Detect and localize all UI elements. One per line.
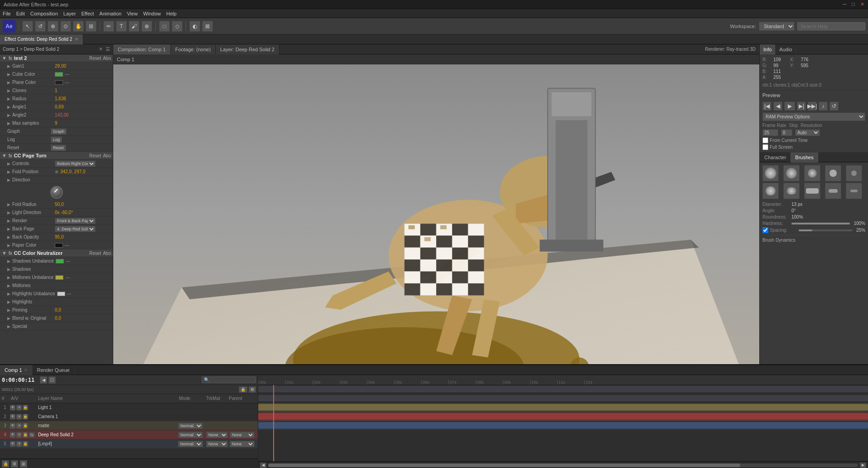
roto-tool[interactable]: ◐ xyxy=(189,21,200,32)
spacing-checkbox[interactable] xyxy=(762,227,768,233)
layer-parent-5-select[interactable]: None xyxy=(230,441,255,447)
tl-scroll-right[interactable]: ▶ xyxy=(860,463,866,468)
shape-tool[interactable]: ◇ xyxy=(172,21,183,32)
orbit-tool[interactable]: ⊙ xyxy=(60,21,71,32)
close-btn[interactable]: ✕ xyxy=(860,1,864,7)
ram-preview-dropdown[interactable]: RAM Preview Options xyxy=(762,112,865,121)
value-gain1[interactable]: 29,00 xyxy=(55,63,66,68)
spacing-slider[interactable] xyxy=(799,229,853,231)
graph-button[interactable]: Graph xyxy=(51,128,67,135)
layer-solo-1[interactable]: ☀ xyxy=(16,405,22,410)
maximize-btn[interactable]: □ xyxy=(852,1,855,7)
layer-name-2[interactable]: Camera 1 xyxy=(38,414,177,419)
row-expand-blendorig[interactable]: ▶ xyxy=(7,316,10,321)
layer-lock-2[interactable]: 🔒 xyxy=(23,414,28,419)
fps-input[interactable] xyxy=(762,129,778,136)
diameter-value[interactable]: 13 px xyxy=(791,202,802,207)
layer-solo-4[interactable]: ☀ xyxy=(16,432,22,438)
layer-lock-4[interactable]: 🔒 xyxy=(23,432,28,438)
row-expand-angle1[interactable]: ▶ xyxy=(7,105,10,109)
swatch-midtones-unbal[interactable] xyxy=(55,275,63,280)
row-expand-folddir[interactable]: ▶ xyxy=(7,178,10,182)
tl-bottom-icon-2[interactable]: ⚙ xyxy=(11,460,18,468)
value-radius[interactable]: 1,636 xyxy=(55,96,66,101)
menu-item-window[interactable]: Window xyxy=(143,11,161,16)
layer-solo-5[interactable]: ☀ xyxy=(16,441,22,447)
reset-btn-test2[interactable]: Reset xyxy=(89,56,101,61)
clone-tool[interactable]: ⊕ xyxy=(141,21,152,32)
prev-last-btn[interactable]: ▶▶| xyxy=(808,102,817,111)
value-angle1[interactable]: 0,69 xyxy=(55,104,63,109)
brush-cell-6[interactable] xyxy=(762,183,779,199)
layer-fx-4[interactable]: fx xyxy=(29,432,35,438)
row-expand-angle2[interactable]: ▶ xyxy=(7,113,10,117)
playhead[interactable] xyxy=(273,385,274,461)
tl-scroll-left[interactable]: ◀ xyxy=(260,463,266,468)
layer-name-3[interactable]: matte xyxy=(38,423,177,428)
viewport-tab-footage[interactable]: Footage: (none) xyxy=(171,44,216,54)
viewport-tab-layer[interactable]: Layer: Deep Red Solid 2 xyxy=(216,44,280,54)
viewport-tab-comp[interactable]: Composition: Comp 1 xyxy=(113,44,171,54)
layer-mode-3[interactable]: Normal xyxy=(178,423,205,429)
layer-solo-2[interactable]: ☀ xyxy=(16,414,22,419)
tl-bottom-icon-1[interactable]: 🔒 xyxy=(2,460,9,468)
menu-item-composition[interactable]: Composition xyxy=(30,11,58,16)
brush-cell-2[interactable] xyxy=(783,165,800,181)
prev-play-btn[interactable]: ▶ xyxy=(784,102,795,111)
track-lane-3[interactable] xyxy=(258,403,868,412)
brush-cell-4[interactable] xyxy=(825,165,841,181)
effect-controls-tab[interactable]: Effect Controls: Deep Red Solid 2 ✕ xyxy=(0,34,83,44)
layer-lock-1[interactable]: 🔒 xyxy=(23,405,28,410)
value-fold-position[interactable]: 342,0, 297,0 xyxy=(60,169,86,174)
row-expand-shadowunbal[interactable]: ▶ xyxy=(7,259,10,263)
pen-tool[interactable]: ✏ xyxy=(103,21,114,32)
row-expand-maxsamples[interactable]: ▶ xyxy=(7,121,10,126)
info-tab[interactable]: Info xyxy=(760,44,776,54)
res-dropdown[interactable]: Auto Full Half xyxy=(795,129,820,136)
row-expand-shadows[interactable]: ▶ xyxy=(7,267,10,272)
menu-item-file[interactable]: File xyxy=(3,11,11,16)
tl-scrollbar-thumb[interactable] xyxy=(268,463,740,467)
section-expand-test2[interactable]: ▼ xyxy=(2,55,7,61)
panel-close-icon[interactable]: ✕ xyxy=(99,46,103,52)
brush-cell-3[interactable] xyxy=(804,165,820,181)
track-lane-2[interactable] xyxy=(258,394,868,403)
controls-dropdown[interactable]: Bottom Right Corr xyxy=(55,161,96,167)
minimize-btn[interactable]: ─ xyxy=(843,1,847,7)
about-btn-colorneutral[interactable]: Abo xyxy=(103,251,111,256)
value-back-opacity[interactable]: 95,0 xyxy=(55,234,63,239)
layer-trkmat-5-select[interactable]: None xyxy=(206,441,228,447)
back-page-dropdown[interactable]: 4. Deep Red Solid xyxy=(55,226,96,232)
menu-item-layer[interactable]: Layer xyxy=(63,11,76,16)
swatch-shadows-unbal[interactable] xyxy=(56,259,64,263)
value-maxsamples[interactable]: 9 xyxy=(55,121,58,126)
layer-name-1[interactable]: Light 1 xyxy=(38,405,177,410)
tl-solo-btn[interactable]: ☐ xyxy=(48,376,56,384)
track-ruler[interactable]: 00s 01s 02s 03s 04s 05s 06s 07s 08s 09s … xyxy=(258,375,868,385)
row-expand-lightdir[interactable]: ▶ xyxy=(7,210,10,215)
menu-item-effect[interactable]: Effect xyxy=(81,11,94,16)
reset-effect-button[interactable]: Reset xyxy=(51,145,66,151)
row-expand-gain1[interactable]: ▶ xyxy=(7,64,10,68)
character-tab[interactable]: Character xyxy=(760,152,791,162)
from-current-checkbox[interactable] xyxy=(762,137,768,143)
section-checkbox-test2[interactable]: fx xyxy=(9,56,12,61)
tl-icon-1[interactable]: 🔒 xyxy=(239,386,247,393)
layer-vis-4[interactable]: 👁 xyxy=(10,432,15,438)
search-input[interactable] xyxy=(797,22,865,30)
layer-mode-3-select[interactable]: Normal xyxy=(178,423,203,429)
reset-btn-pageturn[interactable]: Reset xyxy=(89,153,101,158)
swatch-paper-color[interactable] xyxy=(55,243,63,248)
layer-lock-3[interactable]: 🔒 xyxy=(23,423,28,429)
row-expand-clones[interactable]: ▶ xyxy=(7,88,10,93)
layer-parent-4-select[interactable]: None xyxy=(230,432,255,438)
row-expand-midtonesunbal[interactable]: ▶ xyxy=(7,275,10,280)
hardness-slider[interactable] xyxy=(791,223,850,224)
render-queue-tab[interactable]: Render Queue xyxy=(33,365,75,375)
layer-name-5[interactable]: [Lmp4] xyxy=(38,441,177,446)
row-expand-backpage[interactable]: ▶ xyxy=(7,227,10,231)
log-button[interactable]: Log xyxy=(51,136,62,143)
row-expand-foldpos[interactable]: ▶ xyxy=(7,170,10,174)
effect-controls-close[interactable]: ✕ xyxy=(75,37,78,42)
value-fold-radius[interactable]: 50,0 xyxy=(55,202,63,207)
